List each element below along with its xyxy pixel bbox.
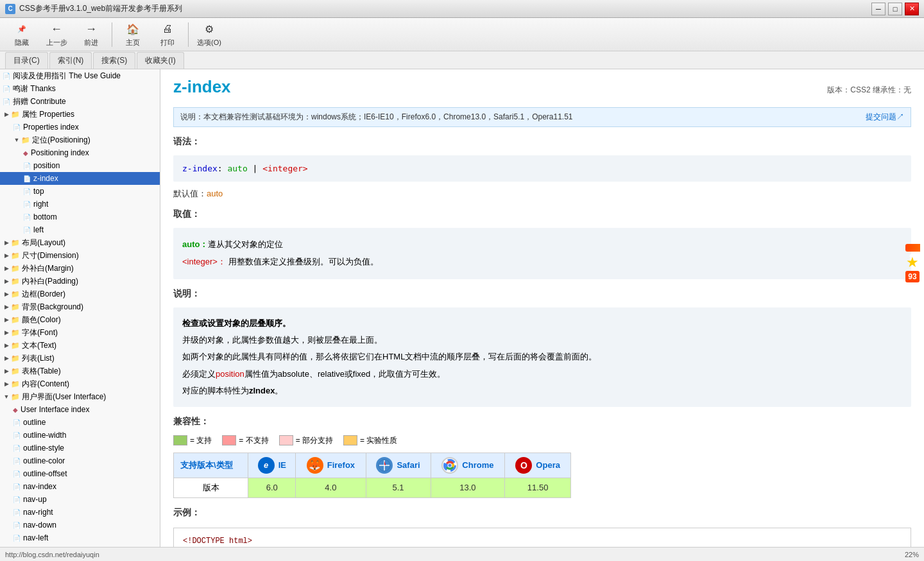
sidebar-item-27[interactable]: 📄outline xyxy=(0,416,160,429)
legend-red-box xyxy=(222,435,236,445)
syntax-property: z-index xyxy=(182,164,218,173)
sidebar-item-29[interactable]: 📄outline-style xyxy=(0,442,160,454)
print-button[interactable]: 🖨 打印 xyxy=(151,20,184,49)
sidebar-item-17[interactable]: ▶📁边框(Border) xyxy=(0,288,160,300)
tab-search[interactable]: 搜索(S) xyxy=(93,52,135,69)
forward-button[interactable]: → 前进 xyxy=(74,20,108,49)
feedback-link[interactable]: 提交问题↗ xyxy=(866,112,904,123)
page-icon-28: 📄 xyxy=(13,432,21,439)
sidebar-label-9: top xyxy=(33,187,44,196)
code-line-1: <!DOCTYPE html> xyxy=(183,535,902,547)
sidebar-label-36: nav-left xyxy=(23,533,48,542)
home-button[interactable]: 🏠 主页 xyxy=(116,20,150,49)
sidebar-item-6[interactable]: ◆Positioning index xyxy=(0,146,160,159)
sidebar-item-16[interactable]: ▶📁内补白(Padding) xyxy=(0,275,160,288)
sidebar-item-20[interactable]: ▶📁字体(Font) xyxy=(0,326,160,339)
zindex-bold: zIndex xyxy=(249,386,275,395)
page-icon-29: 📄 xyxy=(13,445,21,452)
firefox-label: Firefox xyxy=(327,460,355,470)
syntax-colon: : xyxy=(218,164,228,173)
sidebar-item-33[interactable]: 📄nav-up xyxy=(0,493,160,506)
legend-yellow-box xyxy=(343,435,357,445)
sidebar-item-19[interactable]: ▶📁颜色(Color) xyxy=(0,313,160,326)
compat-th-opera: O Opera xyxy=(505,453,571,478)
sidebar-item-18[interactable]: ▶📁背景(Background) xyxy=(0,300,160,313)
sidebar-item-23[interactable]: ▶📁表格(Table) xyxy=(0,365,160,377)
sidebar-item-37[interactable]: 📄cursor xyxy=(0,544,160,547)
version-info: 版本：CSS2 继承性：无 xyxy=(827,85,911,96)
sidebar-label-35: nav-down xyxy=(23,521,56,530)
sidebar-label-37: cursor xyxy=(23,546,44,547)
sidebar-item-36[interactable]: 📄nav-left xyxy=(0,531,160,544)
sidebar-item-22[interactable]: ▶📁列表(List) xyxy=(0,352,160,365)
tab-index[interactable]: 索引(N) xyxy=(49,52,92,69)
close-button[interactable]: ✕ xyxy=(905,3,919,15)
sidebar-item-25[interactable]: ▼📁用户界面(User Interface) xyxy=(0,390,160,403)
back-button[interactable]: ← 上一步 xyxy=(40,20,73,49)
sidebar-item-21[interactable]: ▶📁文本(Text) xyxy=(0,339,160,352)
sidebar-item-0[interactable]: 📄阅读及使用指引 The Use Guide xyxy=(0,69,160,82)
sidebar-item-13[interactable]: ▶📁布局(Layout) xyxy=(0,236,160,249)
sidebar-item-4[interactable]: 📄Properties index xyxy=(0,121,160,134)
sidebar-label-5: 定位(Positioning) xyxy=(32,135,90,146)
sidebar-item-32[interactable]: 📄nav-index xyxy=(0,480,160,493)
forward-label: 前进 xyxy=(84,38,98,47)
syntax-integer: <integer> xyxy=(262,164,307,173)
tab-contents[interactable]: 目录(C) xyxy=(5,52,48,69)
title-controls[interactable]: ─ □ ✕ xyxy=(871,3,919,15)
sidebar-item-10[interactable]: 📄right xyxy=(0,198,160,211)
legend-partial: = 部分支持 xyxy=(279,435,333,446)
sidebar-item-31[interactable]: 📄outline-offset xyxy=(0,467,160,480)
sidebar-item-12[interactable]: 📄left xyxy=(0,223,160,236)
sidebar-item-28[interactable]: 📄outline-width xyxy=(0,429,160,442)
legend-not-supported: = 不支持 xyxy=(222,435,268,446)
title-bar: C CSS参考手册v3.1.0_web前端开发参考手册系列 ─ □ ✕ xyxy=(0,0,924,18)
page-icon-11: 📄 xyxy=(23,214,31,221)
sidebar-item-26[interactable]: ◆User Interface index xyxy=(0,403,160,416)
sidebar-item-1[interactable]: 📄鸣谢 Thanks xyxy=(0,82,160,95)
print-icon: 🖨 xyxy=(160,21,175,37)
safari-label: Safari xyxy=(397,460,420,470)
folder-icon-21: 📁 xyxy=(11,341,20,350)
default-heading: 默认值： xyxy=(173,189,207,198)
folder-icon-24: 📁 xyxy=(11,380,20,388)
expand-icon-15: ▶ xyxy=(3,264,10,272)
syntax-heading: 语法： xyxy=(173,136,911,150)
maximize-button[interactable]: □ xyxy=(888,3,902,15)
float-speed-button[interactable]: 点我加速 xyxy=(905,244,920,252)
sidebar-item-35[interactable]: 📄nav-down xyxy=(0,519,160,531)
options-button[interactable]: ⚙ 选项(O) xyxy=(193,20,226,49)
hide-label: 隐藏 xyxy=(15,38,29,47)
sidebar-item-5[interactable]: ▼📁定位(Positioning) xyxy=(0,134,160,146)
page-icon-7: 📄 xyxy=(23,162,31,169)
sidebar-item-9[interactable]: 📄top xyxy=(0,185,160,198)
sidebar-item-30[interactable]: 📄outline-color xyxy=(0,454,160,467)
minimize-button[interactable]: ─ xyxy=(871,3,886,15)
sidebar-item-7[interactable]: 📄position xyxy=(0,159,160,172)
title-bar-left: C CSS参考手册v3.1.0_web前端开发参考手册系列 xyxy=(5,3,182,14)
page-title: z-index xyxy=(173,77,231,97)
sidebar-item-2[interactable]: 📄捐赠 Contribute xyxy=(0,95,160,108)
hide-button[interactable]: 📌 隐藏 xyxy=(5,20,38,49)
tab-bookmarks[interactable]: 收藏夹(I) xyxy=(137,52,184,69)
sidebar-item-34[interactable]: 📄nav-right xyxy=(0,506,160,519)
sidebar-label-28: outline-width xyxy=(23,431,66,440)
sidebar[interactable]: 📄阅读及使用指引 The Use Guide📄鸣谢 Thanks📄捐赠 Cont… xyxy=(0,69,160,547)
sidebar-tree: 📄阅读及使用指引 The Use Guide📄鸣谢 Thanks📄捐赠 Cont… xyxy=(0,69,160,547)
table-row-versions: 版本 6.0 4.0 5.1 13.0 11.50 xyxy=(174,478,571,497)
meta-bar: 说明：本文档兼容性测试基础环境为：windows系统；IE6-IE10，Fire… xyxy=(173,107,911,127)
app-icon: C xyxy=(5,4,15,14)
sidebar-item-15[interactable]: ▶📁外补白(Margin) xyxy=(0,262,160,275)
ie-browser-header: e IE xyxy=(255,457,289,474)
sidebar-item-14[interactable]: ▶📁尺寸(Dimension) xyxy=(0,249,160,262)
compat-legend: = 支持 = 不支持 = 部分支持 = 实验性质 xyxy=(173,435,911,446)
expand-icon-20: ▶ xyxy=(3,329,10,336)
sidebar-item-24[interactable]: ▶📁内容(Content) xyxy=(0,377,160,390)
sidebar-item-3[interactable]: ▶📁属性 Properties xyxy=(0,108,160,121)
folder-icon-22: 📁 xyxy=(11,354,20,363)
expand-icon-22: ▶ xyxy=(3,354,10,362)
sidebar-label-16: 内补白(Padding) xyxy=(22,276,78,287)
sidebar-item-11[interactable]: 📄bottom xyxy=(0,211,160,223)
page-icon-1: 📄 xyxy=(3,85,10,92)
sidebar-item-8[interactable]: 📄z-index xyxy=(0,172,160,185)
